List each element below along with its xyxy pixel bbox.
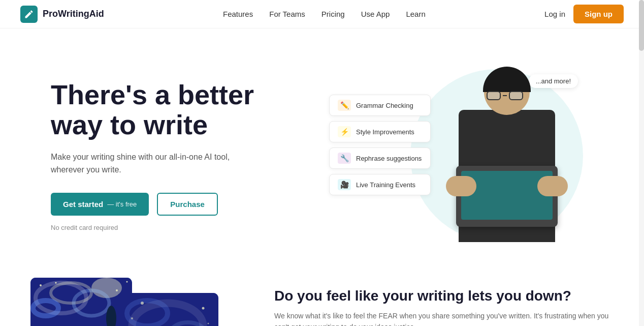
nav-pricing[interactable]: Pricing [321, 10, 345, 18]
style-icon: ⚡ [338, 126, 351, 137]
person-hand-left [446, 176, 476, 196]
more-bubble: ...and more! [529, 74, 578, 88]
person-glasses [487, 91, 527, 101]
no-cc-text: No credit card required [51, 224, 305, 231]
person-hair [483, 67, 531, 92]
purchase-button[interactable]: Purchase [157, 193, 218, 216]
svg-point-7 [55, 282, 57, 284]
card-blue [117, 293, 218, 326]
nav-links: Features For Teams Pricing Use App Learn [223, 10, 426, 19]
blue-card-svg [117, 293, 218, 326]
svg-point-9 [126, 281, 128, 283]
hero-title: There's a better way to write [51, 80, 305, 140]
hero-buttons: Get started — it's free Purchase [51, 193, 305, 216]
hero-right: ✏️ Grammar Checking ⚡ Style Improvements… [329, 59, 593, 252]
scrollbar-thumb[interactable] [639, 0, 644, 51]
rephrase-icon: 🔧 [338, 153, 351, 164]
section2: My idea in my head Do you feel like your… [0, 273, 644, 326]
hero-person-area [441, 64, 573, 247]
nav-for-teams[interactable]: For Teams [269, 10, 305, 18]
svg-point-20 [202, 307, 205, 310]
nav-right: Log in Sign up [544, 5, 624, 23]
pill-grammar: ✏️ Grammar Checking [329, 95, 431, 116]
nav-features[interactable]: Features [223, 10, 253, 18]
login-button[interactable]: Log in [544, 10, 565, 18]
logo-text: ProWritingAid [43, 9, 104, 19]
hero-left: There's a better way to write Make your … [51, 80, 305, 231]
logo-icon [20, 6, 38, 23]
svg-point-6 [40, 284, 42, 286]
hero-subtitle: Make your writing shine with our all-in-… [51, 151, 254, 176]
pill-style: ⚡ Style Improvements [329, 121, 431, 142]
nav-use-app[interactable]: Use App [361, 10, 390, 18]
section2-title: Do you feel like your writing lets you d… [274, 288, 614, 304]
free-label: — it's free [107, 200, 137, 208]
hero-section: There's a better way to write Make your … [0, 28, 644, 273]
nav-learn[interactable]: Learn [406, 10, 425, 18]
svg-point-18 [141, 302, 144, 305]
training-icon: 🎥 [338, 179, 351, 190]
navbar: ProWritingAid Features For Teams Pricing… [0, 0, 644, 28]
get-started-button[interactable]: Get started — it's free [51, 193, 149, 216]
svg-point-8 [116, 289, 118, 291]
feature-pills: ✏️ Grammar Checking ⚡ Style Improvements… [329, 95, 431, 195]
section2-images: My idea in my head [30, 278, 234, 326]
pill-training: 🎥 Live Training Events [329, 174, 431, 195]
svg-point-19 [131, 317, 133, 319]
section2-right: Do you feel like your writing lets you d… [274, 278, 614, 326]
section2-text: We know what it's like to feel the FEAR … [274, 310, 614, 326]
logo-svg [24, 9, 34, 19]
grammar-icon: ✏️ [338, 100, 351, 111]
pill-rephrase: 🔧 Rephrase suggestions [329, 147, 431, 169]
logo-link[interactable]: ProWritingAid [20, 6, 104, 23]
signup-button[interactable]: Sign up [573, 5, 624, 23]
person-hand-right [537, 176, 568, 196]
svg-point-21 [208, 323, 209, 324]
scrollbar[interactable] [639, 0, 644, 326]
laptop [456, 166, 558, 227]
get-started-label: Get started [63, 200, 103, 209]
